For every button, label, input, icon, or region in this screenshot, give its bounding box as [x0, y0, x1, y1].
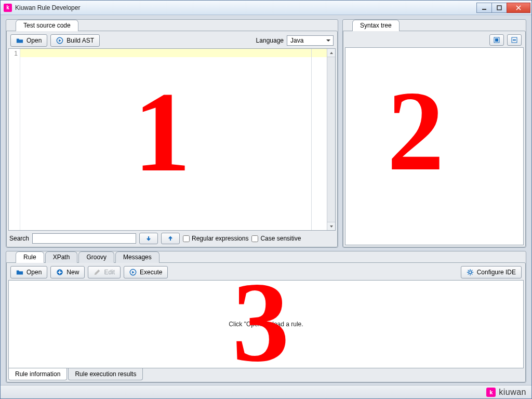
window-buttons — [477, 3, 530, 13]
kiuwan-logo-icon: k — [486, 388, 496, 397]
collapse-all-button[interactable] — [507, 34, 522, 46]
titlebar: k Kiuwan Rule Developer — [1, 1, 531, 15]
source-editor[interactable]: 1 1 — [8, 48, 336, 231]
source-panel: Test source code Open Build AST — [6, 19, 338, 248]
regex-check-input[interactable] — [183, 235, 190, 242]
regex-checkbox[interactable]: Regular expressions — [183, 235, 248, 242]
open-source-button[interactable]: Open — [10, 34, 47, 47]
search-bar: Search Regular expressions Case sensitiv… — [8, 231, 336, 245]
configure-ide-button[interactable]: Configure IDE — [461, 266, 522, 278]
language-label: Language — [256, 37, 284, 44]
top-split: Test source code Open Build AST — [6, 19, 526, 248]
tab-rule-execution-results[interactable]: Rule execution results — [68, 368, 143, 380]
app-window: k Kiuwan Rule Developer Test source code — [0, 0, 532, 399]
current-line-highlight — [20, 49, 327, 57]
case-check-input[interactable] — [251, 235, 258, 242]
brand-text: kiuwan — [499, 388, 526, 397]
folder-open-icon — [16, 269, 23, 276]
collapse-icon — [511, 36, 518, 44]
scroll-up-icon[interactable] — [327, 49, 335, 57]
play-circle-icon — [56, 37, 63, 44]
client-area: Test source code Open Build AST — [1, 15, 531, 385]
language-value: Java — [290, 37, 303, 44]
rule-content-area: Click "Open" to load a rule. 3 — [8, 280, 524, 368]
syntax-toolbar — [345, 33, 524, 47]
button-label: Configure IDE — [477, 269, 516, 276]
tab-label: Syntax tree — [360, 22, 392, 29]
expand-icon — [493, 36, 500, 44]
arrow-down-icon — [145, 235, 152, 242]
build-ast-button[interactable]: Build AST — [50, 34, 100, 47]
case-label: Case sensitive — [260, 235, 301, 242]
tab-label: Messages — [123, 254, 152, 261]
tab-rule[interactable]: Rule — [16, 251, 44, 263]
search-next-button[interactable] — [139, 233, 158, 244]
button-label: Build AST — [66, 37, 94, 44]
maximize-button[interactable] — [491, 3, 507, 13]
editor-body[interactable] — [20, 49, 327, 230]
regex-label: Regular expressions — [192, 235, 248, 242]
search-prev-button[interactable] — [161, 233, 180, 244]
gear-icon — [467, 269, 474, 276]
tab-groovy[interactable]: Groovy — [78, 251, 114, 263]
rule-bottom-tabs: Rule information Rule execution results — [8, 368, 524, 380]
search-input[interactable] — [32, 233, 136, 244]
tab-syntax-tree[interactable]: Syntax tree — [352, 20, 400, 31]
tab-rule-information[interactable]: Rule information — [8, 368, 67, 380]
svg-point-11 — [469, 271, 471, 273]
tab-label: Rule information — [15, 370, 60, 378]
search-label: Search — [9, 235, 29, 242]
new-rule-button[interactable]: New — [50, 266, 85, 278]
plus-circle-icon — [56, 269, 63, 276]
window-title: Kiuwan Rule Developer — [15, 4, 477, 11]
button-label: New — [66, 269, 79, 276]
arrow-up-icon — [167, 235, 174, 242]
case-checkbox[interactable]: Case sensitive — [251, 235, 301, 242]
expand-all-button[interactable] — [489, 34, 504, 46]
open-rule-button[interactable]: Open — [10, 266, 47, 278]
footer: k kiuwan — [1, 385, 531, 398]
scroll-down-icon[interactable] — [327, 222, 335, 230]
tab-label: Groovy — [86, 254, 107, 261]
tab-label: XPath — [53, 254, 70, 261]
close-button[interactable] — [507, 3, 530, 13]
tab-test-source[interactable]: Test source code — [16, 20, 78, 31]
rule-toolbar: Open New Edit Execute — [8, 264, 524, 280]
overlay-number-2: 2 — [387, 74, 444, 188]
button-label: Execute — [140, 269, 162, 276]
button-label: Open — [26, 37, 42, 44]
line-number: 1 — [9, 50, 18, 57]
tab-label: Test source code — [23, 22, 71, 29]
tab-messages[interactable]: Messages — [115, 251, 159, 263]
rule-placeholder-text: Click "Open" to load a rule. — [229, 321, 303, 328]
vertical-scrollbar[interactable] — [327, 49, 335, 230]
edit-rule-button[interactable]: Edit — [88, 266, 121, 278]
button-label: Open — [26, 269, 42, 276]
tab-label: Rule — [23, 254, 36, 261]
tab-xpath[interactable]: XPath — [45, 251, 78, 263]
tab-label: Rule execution results — [75, 370, 136, 378]
rule-panel: Rule XPath Groovy Messages Open New — [6, 251, 526, 383]
svg-rect-6 — [495, 38, 498, 42]
folder-open-icon — [16, 37, 23, 44]
minimize-button[interactable] — [476, 3, 492, 13]
play-circle-icon — [129, 269, 137, 276]
margin-guide — [311, 49, 312, 230]
syntax-panel: Syntax tree 2 — [342, 19, 526, 248]
app-icon: k — [4, 4, 12, 12]
svg-rect-0 — [482, 9, 486, 10]
syntax-tree-view[interactable]: 2 — [345, 47, 524, 245]
pencil-icon — [94, 269, 101, 276]
language-select[interactable]: Java — [287, 35, 334, 46]
button-label: Edit — [104, 269, 115, 276]
execute-rule-button[interactable]: Execute — [124, 266, 168, 278]
svg-rect-1 — [497, 6, 501, 10]
source-toolbar: Open Build AST Language Java — [8, 33, 336, 48]
editor-gutter: 1 — [9, 49, 20, 230]
